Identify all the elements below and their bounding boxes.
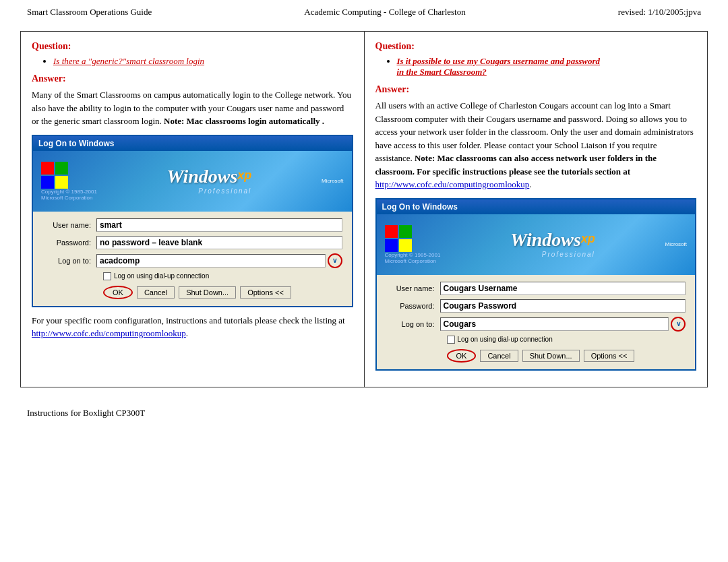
right-copyright-text: Copyright © 1985-2001Microsoft Corporati… — [385, 252, 441, 264]
main-content: Question: Is there a "generic?"smart cla… — [20, 31, 708, 387]
right-win-body: User name: Cougars Username Password: Co… — [377, 275, 696, 369]
left-copyright-text: Copyright © 1985-2001Microsoft Corporati… — [41, 189, 97, 201]
left-footer-text: For your specific room configuration, in… — [32, 314, 353, 340]
left-logo-area: Windowsxp Professional — [167, 167, 252, 195]
right-username-label: User name: — [386, 284, 440, 292]
left-logon-label: Log on to: — [42, 257, 96, 265]
left-answer-text: Many of the Smart Classrooms on campus a… — [32, 88, 353, 128]
left-professional: Professional — [198, 187, 251, 195]
right-professional: Professional — [542, 251, 595, 258]
right-username-row: User name: Cougars Username — [386, 282, 686, 295]
right-answer-text: All users with an active College of Char… — [375, 99, 697, 191]
right-windows-text: Windows — [510, 229, 581, 250]
right-checkbox-row: Log on using dial-up connection — [447, 336, 686, 344]
right-question-link[interactable]: Is it possible to use my Cougars usernam… — [397, 56, 601, 77]
left-username-input[interactable]: smart — [96, 218, 342, 232]
right-xp-header: Copyright © 1985-2001Microsoft Corporati… — [377, 214, 696, 275]
flag-yellow-r — [399, 239, 412, 252]
left-checkbox-row: Log on using dial-up connection — [103, 272, 342, 280]
left-username-label: User name: — [42, 221, 96, 229]
right-logon-input[interactable]: Cougars — [440, 317, 669, 331]
right-microsoft: Microsoft — [665, 241, 687, 247]
left-win-body: User name: smart Password: no password –… — [33, 212, 352, 306]
right-logo-area: Windowsxp Professional — [510, 230, 595, 258]
right-password-label: Password: — [386, 302, 440, 310]
left-windows-logo: Windowsxp — [167, 167, 252, 186]
right-win-dialog: Log On to Windows Copyright © 1985-2001M… — [375, 198, 697, 371]
left-microsoft: Microsoft — [322, 178, 343, 184]
right-answer-link[interactable]: http://www.cofc.edu/computingroomlookup — [375, 179, 530, 189]
right-options-button[interactable]: Options << — [584, 350, 635, 362]
left-win-dialog: Log On to Windows Copyright © 1985-2001M… — [32, 135, 353, 307]
left-options-button[interactable]: Options << — [240, 286, 291, 299]
right-username-input[interactable]: Cougars Username — [440, 282, 686, 295]
left-panel: Question: Is there a "generic?"smart cla… — [21, 32, 365, 387]
left-windows-text: Windows — [167, 166, 238, 187]
flag-red-r — [385, 225, 398, 238]
left-xp-header: Copyright © 1985-2001Microsoft Corporati… — [33, 151, 352, 212]
right-logon-label: Log on to: — [386, 320, 440, 328]
left-copyright: Copyright © 1985-2001Microsoft Corporati… — [41, 162, 97, 201]
right-dialup-checkbox[interactable] — [447, 336, 455, 344]
flag-green — [55, 162, 68, 175]
right-titlebar: Log On to Windows — [377, 199, 696, 214]
header-center: Academic Computing - College of Charlest… — [304, 7, 465, 18]
left-logon-group: acadcomp ∨ — [96, 253, 342, 268]
right-copyright-area: Copyright © 1985-2001Microsoft Corporati… — [385, 225, 441, 264]
left-titlebar: Log On to Windows — [33, 136, 352, 151]
right-windows-logo: Windowsxp — [510, 230, 595, 249]
flag-red — [41, 162, 54, 175]
left-dialup-checkbox[interactable] — [103, 272, 111, 280]
footer-text: Instructions for Boxlight CP300T — [27, 408, 145, 418]
right-answer-label: Answer: — [375, 84, 697, 95]
left-dialup-label: Log on using dial-up connection — [114, 272, 209, 280]
right-question-link-item: Is it possible to use my Cougars usernam… — [397, 56, 697, 77]
right-question-label: Question: — [375, 41, 697, 52]
right-cancel-button[interactable]: Cancel — [480, 350, 518, 362]
left-cancel-button[interactable]: Cancel — [137, 286, 175, 299]
left-password-input[interactable]: no password – leave blank — [96, 236, 342, 249]
right-logon-row: Log on to: Cougars ∨ — [386, 317, 686, 332]
left-logon-row: Log on to: acadcomp ∨ — [42, 253, 342, 268]
left-logon-input[interactable]: acadcomp — [96, 254, 326, 268]
left-username-row: User name: smart — [42, 218, 342, 232]
win-flag-right — [385, 225, 412, 252]
page-header: Smart Classroom Operations Guide Academi… — [0, 0, 728, 24]
page-footer: Instructions for Boxlight CP300T — [0, 394, 728, 432]
flag-blue-r — [385, 239, 398, 252]
left-password-row: Password: no password – leave blank — [42, 236, 342, 249]
header-right: revised: 1/10/2005:jpva — [618, 7, 701, 18]
left-question-link[interactable]: Is there a "generic?"smart classroom log… — [53, 56, 204, 66]
left-password-label: Password: — [42, 239, 96, 247]
header-left: Smart Classroom Operations Guide — [27, 7, 152, 18]
right-ok-button[interactable]: OK — [447, 349, 477, 363]
right-panel: Question: Is it possible to use my Couga… — [365, 32, 708, 387]
win-flag-left — [41, 162, 68, 189]
left-shutdown-button[interactable]: Shut Down... — [179, 286, 236, 299]
left-answer-label: Answer: — [32, 73, 353, 84]
right-buttons: OK Cancel Shut Down... Options << — [447, 349, 686, 363]
right-dropdown-btn[interactable]: ∨ — [671, 317, 686, 332]
left-question-link-item: Is there a "generic?"smart classroom log… — [53, 56, 353, 67]
right-password-row: Password: Cougars Password — [386, 299, 686, 313]
left-buttons: OK Cancel Shut Down... Options << — [103, 286, 342, 299]
left-dropdown-btn[interactable]: ∨ — [328, 253, 342, 268]
flag-green-r — [399, 225, 412, 238]
right-password-input[interactable]: Cougars Password — [440, 299, 686, 313]
left-ok-button[interactable]: OK — [103, 286, 133, 299]
left-footer-link[interactable]: http://www.cofc.edu/computingroomlookup — [32, 328, 186, 338]
left-question-label: Question: — [32, 41, 353, 52]
flag-yellow — [55, 176, 68, 189]
left-xp-text: xp — [237, 168, 251, 182]
right-xp-text: xp — [581, 232, 595, 245]
right-shutdown-button[interactable]: Shut Down... — [522, 350, 580, 362]
flag-blue — [41, 176, 54, 189]
right-dialup-label: Log on using dial-up connection — [458, 336, 553, 343]
right-logon-group: Cougars ∨ — [440, 317, 686, 332]
